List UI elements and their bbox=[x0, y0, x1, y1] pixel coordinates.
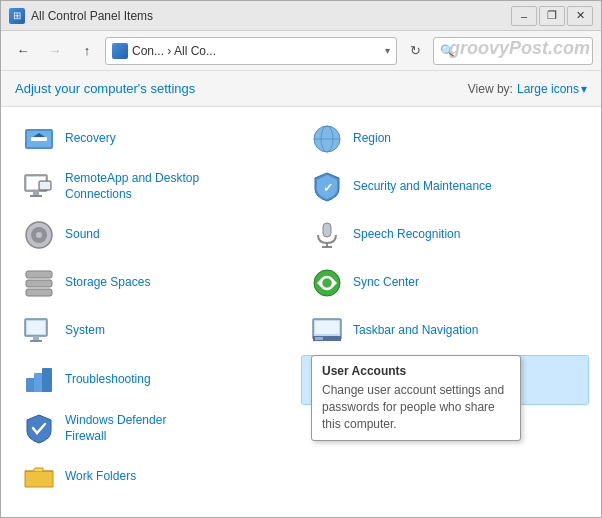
item-workfolders[interactable]: Work Folders bbox=[13, 453, 301, 501]
svg-rect-20 bbox=[26, 271, 52, 278]
recovery-icon bbox=[21, 121, 57, 157]
address-dropdown-icon[interactable]: ▾ bbox=[385, 45, 390, 56]
svg-rect-12 bbox=[40, 182, 50, 189]
item-remoteapp[interactable]: RemoteApp and DesktopConnections bbox=[13, 163, 301, 211]
content-header-bar: Adjust your computer's settings View by:… bbox=[1, 71, 601, 107]
sound-label: Sound bbox=[65, 227, 100, 243]
up-button[interactable]: ↑ bbox=[73, 37, 101, 65]
search-input[interactable] bbox=[440, 44, 590, 58]
workfolders-label: Work Folders bbox=[65, 469, 136, 485]
svg-rect-29 bbox=[30, 340, 42, 342]
item-troubleshoot[interactable]: Troubleshooting bbox=[13, 355, 301, 405]
sync-icon bbox=[309, 265, 345, 301]
user-accounts-tooltip: User Accounts Change user account settin… bbox=[311, 355, 521, 441]
refresh-button[interactable]: ↻ bbox=[401, 37, 429, 65]
sync-label: Sync Center bbox=[353, 275, 419, 291]
window-icon: ⊞ bbox=[9, 8, 25, 24]
svg-point-16 bbox=[36, 232, 42, 238]
system-icon bbox=[21, 313, 57, 349]
item-taskbar[interactable]: Taskbar and Navigation bbox=[301, 307, 589, 355]
item-sound[interactable]: Sound bbox=[13, 211, 301, 259]
search-box[interactable] bbox=[433, 37, 593, 65]
tooltip-title: User Accounts bbox=[322, 364, 510, 378]
item-storage[interactable]: Storage Spaces bbox=[13, 259, 301, 307]
windefender-label: Windows DefenderFirewall bbox=[65, 413, 166, 444]
main-window: ⊞ All Control Panel Items – ❐ ✕ ← → ↑ Co… bbox=[0, 0, 602, 518]
system-label: System bbox=[65, 323, 105, 339]
troubleshoot-icon bbox=[21, 362, 57, 398]
security-icon: ✓ bbox=[309, 169, 345, 205]
sound-icon bbox=[21, 217, 57, 253]
svg-rect-32 bbox=[315, 321, 339, 334]
storage-label: Storage Spaces bbox=[65, 275, 150, 291]
remoteapp-label: RemoteApp and DesktopConnections bbox=[65, 171, 199, 202]
svg-rect-21 bbox=[26, 280, 52, 287]
svg-rect-22 bbox=[26, 289, 52, 296]
back-button[interactable]: ← bbox=[9, 37, 37, 65]
svg-rect-33 bbox=[315, 337, 323, 340]
address-icon bbox=[112, 43, 128, 59]
view-by-control: View by: Large icons ▾ bbox=[468, 82, 587, 96]
svg-rect-17 bbox=[323, 223, 331, 237]
svg-rect-27 bbox=[27, 321, 45, 334]
title-bar-buttons: – ❐ ✕ bbox=[511, 6, 593, 26]
content-area: Recovery Region RemoteApp and DesktopCon… bbox=[1, 107, 601, 517]
windefender-icon bbox=[21, 411, 57, 447]
item-windefender[interactable]: Windows DefenderFirewall bbox=[13, 405, 301, 453]
view-by-label: View by: bbox=[468, 82, 513, 96]
view-by-value[interactable]: Large icons ▾ bbox=[517, 82, 587, 96]
svg-text:✓: ✓ bbox=[323, 181, 333, 195]
page-title: Adjust your computer's settings bbox=[15, 81, 468, 96]
item-sync[interactable]: Sync Center bbox=[301, 259, 589, 307]
tooltip-description: Change user account settings and passwor… bbox=[322, 382, 510, 432]
recovery-label: Recovery bbox=[65, 131, 116, 147]
troubleshoot-label: Troubleshooting bbox=[65, 372, 151, 388]
svg-rect-10 bbox=[30, 195, 42, 197]
forward-button[interactable]: → bbox=[41, 37, 69, 65]
taskbar-icon bbox=[309, 313, 345, 349]
item-system[interactable]: System bbox=[13, 307, 301, 355]
security-label: Security and Maintenance bbox=[353, 179, 492, 195]
window-title: All Control Panel Items bbox=[31, 9, 511, 23]
address-bar[interactable]: Con... › All Co... ▾ bbox=[105, 37, 397, 65]
item-recovery[interactable]: Recovery bbox=[13, 115, 301, 163]
storage-icon bbox=[21, 265, 57, 301]
svg-rect-28 bbox=[33, 336, 39, 340]
restore-button[interactable]: ❐ bbox=[539, 6, 565, 26]
items-grid: Recovery Region RemoteApp and DesktopCon… bbox=[13, 115, 589, 501]
svg-rect-36 bbox=[42, 368, 52, 392]
taskbar-label: Taskbar and Navigation bbox=[353, 323, 478, 339]
title-bar: ⊞ All Control Panel Items – ❐ ✕ bbox=[1, 1, 601, 31]
speech-icon bbox=[309, 217, 345, 253]
address-text: Con... › All Co... bbox=[132, 44, 216, 58]
workfolders-icon bbox=[21, 459, 57, 495]
region-label: Region bbox=[353, 131, 391, 147]
speech-label: Speech Recognition bbox=[353, 227, 460, 243]
navigation-bar: ← → ↑ Con... › All Co... ▾ ↻ bbox=[1, 31, 601, 71]
svg-rect-9 bbox=[33, 191, 39, 195]
close-button[interactable]: ✕ bbox=[567, 6, 593, 26]
svg-rect-2 bbox=[31, 137, 47, 141]
item-speech[interactable]: Speech Recognition bbox=[301, 211, 589, 259]
item-region[interactable]: Region bbox=[301, 115, 589, 163]
item-security[interactable]: ✓ Security and Maintenance bbox=[301, 163, 589, 211]
remoteapp-icon bbox=[21, 169, 57, 205]
region-icon bbox=[309, 121, 345, 157]
minimize-button[interactable]: – bbox=[511, 6, 537, 26]
